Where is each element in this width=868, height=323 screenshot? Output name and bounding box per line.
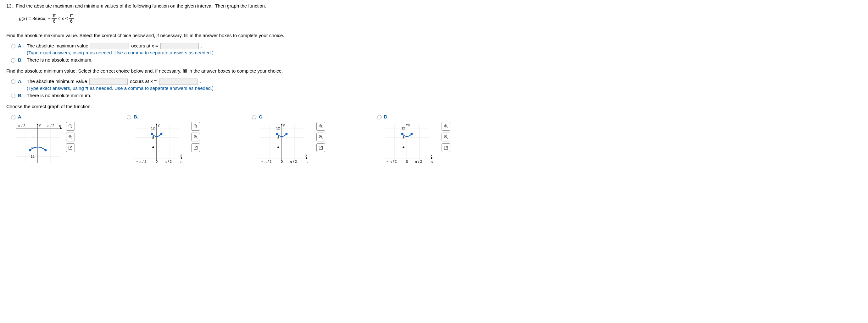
question-number: 13. xyxy=(6,3,16,8)
choice-text-max-a: The absolute maximum value occurs at x =… xyxy=(27,43,862,55)
frac-num: π xyxy=(52,13,57,19)
svg-text:π / 2: π / 2 xyxy=(415,160,422,163)
svg-text:4: 4 xyxy=(152,145,154,149)
svg-text:y: y xyxy=(39,123,41,127)
input-max-value[interactable] xyxy=(91,43,129,49)
min-a-text-3: . xyxy=(200,78,201,84)
radio-min-a[interactable] xyxy=(11,79,16,84)
choice-label-b-min: B. xyxy=(18,93,24,98)
min-a-text-2: occurs at x = xyxy=(130,78,158,84)
svg-text:− π / 2: − π / 2 xyxy=(136,160,146,163)
svg-line-75 xyxy=(321,127,322,128)
svg-text:x: x xyxy=(305,153,307,157)
radio-graph-a[interactable] xyxy=(11,115,16,119)
formula-prefix: g(x) = 8 xyxy=(19,16,35,21)
popout-icon[interactable] xyxy=(316,143,325,152)
max-prompt: Find the absolute maximum value. Select … xyxy=(6,33,862,38)
svg-point-35 xyxy=(151,133,153,135)
svg-text:0: 0 xyxy=(281,160,283,163)
svg-text:0: 0 xyxy=(406,160,408,163)
graph-option-c: C. xyxy=(250,114,325,166)
zoom-in-icon[interactable] xyxy=(66,122,75,131)
svg-text:12: 12 xyxy=(276,126,280,130)
svg-line-103 xyxy=(446,127,447,128)
plot-b: y x 12 8 4 − π / 2 0 π / 2 π xyxy=(125,122,188,166)
zoom-in-icon[interactable] xyxy=(441,122,451,131)
plot-a: y x − π / 2 π / 2 -4 -8 -12 xyxy=(9,122,63,166)
svg-text:− π / 2: − π / 2 xyxy=(15,124,25,128)
svg-line-47 xyxy=(196,127,197,128)
min-a-text-1: The absolute minimum value xyxy=(27,78,88,84)
separator xyxy=(6,28,862,28)
zoom-in-icon[interactable] xyxy=(316,122,325,131)
svg-text:12: 12 xyxy=(151,126,155,130)
svg-text:4: 4 xyxy=(277,145,279,149)
frac-den: 6 xyxy=(52,19,56,24)
svg-text:0: 0 xyxy=(156,160,158,163)
graph-option-a: A. xyxy=(9,114,75,166)
svg-text:8: 8 xyxy=(277,136,279,139)
frac-pi-6-right: π 6 xyxy=(69,13,74,24)
formula-var: x, − xyxy=(43,16,51,21)
zoom-out-icon[interactable] xyxy=(441,133,451,141)
svg-text:-8: -8 xyxy=(31,145,35,149)
svg-text:8: 8 xyxy=(403,136,404,139)
svg-text:x: x xyxy=(431,153,432,157)
graph-option-b: B. xyxy=(125,114,200,166)
choice-label-a: A. xyxy=(18,43,24,49)
zoom-out-icon[interactable] xyxy=(316,133,325,141)
svg-text:y: y xyxy=(158,123,160,127)
svg-text:-12: -12 xyxy=(30,155,35,158)
svg-text:y: y xyxy=(283,123,285,127)
choice-text-min-a: The absolute minimum value occurs at x =… xyxy=(27,78,862,91)
graph-label-a: A. xyxy=(18,114,23,119)
frac-num: π xyxy=(69,13,74,19)
svg-line-51 xyxy=(196,138,197,138)
question-prompt: Find the absolute maximum and minimum va… xyxy=(16,3,862,8)
svg-line-107 xyxy=(446,138,447,138)
formula-leq: ≤ x ≤ xyxy=(58,16,68,21)
radio-graph-d[interactable] xyxy=(377,115,381,119)
svg-text:− π / 2: − π / 2 xyxy=(261,160,271,163)
svg-text:π / 2: π / 2 xyxy=(164,160,172,163)
radio-max-b[interactable] xyxy=(11,58,16,63)
radio-max-a[interactable] xyxy=(11,44,16,49)
popout-icon[interactable] xyxy=(66,143,75,152)
radio-graph-c[interactable] xyxy=(252,115,256,119)
max-a-hint: (Type exact answers, using π as needed. … xyxy=(27,50,862,55)
graph-label-c: C. xyxy=(259,114,264,119)
popout-icon[interactable] xyxy=(191,143,200,152)
svg-text:x: x xyxy=(180,153,182,157)
svg-text:π: π xyxy=(305,160,308,163)
zoom-in-icon[interactable] xyxy=(191,122,200,131)
svg-text:π: π xyxy=(180,160,183,163)
popout-icon[interactable] xyxy=(441,143,451,152)
svg-text:− π / 2: − π / 2 xyxy=(386,160,397,163)
svg-point-91 xyxy=(401,133,403,135)
radio-min-b[interactable] xyxy=(11,94,16,98)
svg-text:4: 4 xyxy=(403,145,404,149)
graph-option-d: D. xyxy=(375,114,451,166)
svg-text:π: π xyxy=(431,160,433,163)
svg-text:π / 2: π / 2 xyxy=(47,124,54,128)
svg-point-63 xyxy=(276,133,278,135)
radio-graph-b[interactable] xyxy=(127,115,131,119)
plot-d: y x 12 8 4 − π / 2 0 π / 2 π xyxy=(375,122,438,166)
choice-label-b: B. xyxy=(18,57,24,63)
svg-text:π / 2: π / 2 xyxy=(290,160,297,163)
input-min-value[interactable] xyxy=(89,78,128,85)
frac-pi-6-left: π 6 xyxy=(52,13,57,24)
svg-line-19 xyxy=(71,127,72,128)
max-a-text-1: The absolute maximum value xyxy=(27,43,90,49)
svg-point-92 xyxy=(411,133,413,135)
svg-point-64 xyxy=(285,133,288,135)
input-min-x[interactable] xyxy=(159,78,197,85)
svg-line-23 xyxy=(71,138,72,138)
zoom-out-icon[interactable] xyxy=(66,133,75,141)
svg-text:12: 12 xyxy=(401,126,405,130)
graph-label-b: B. xyxy=(134,114,138,119)
min-prompt: Find the absolute minimum value. Select … xyxy=(6,68,862,73)
input-max-x[interactable] xyxy=(160,43,199,49)
svg-text:-4: -4 xyxy=(31,136,35,139)
zoom-out-icon[interactable] xyxy=(191,133,200,141)
